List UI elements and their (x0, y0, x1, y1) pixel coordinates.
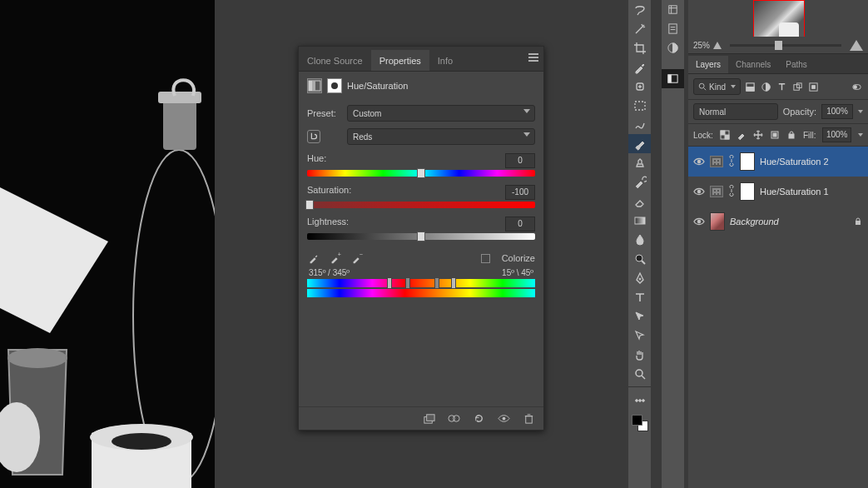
clone-stamp-tool-icon[interactable] (628, 153, 651, 172)
visibility-toggle-icon[interactable] (693, 216, 705, 227)
trash-icon[interactable] (522, 412, 535, 426)
slider-thumb[interactable] (417, 232, 425, 242)
lightness-slider[interactable] (307, 233, 535, 240)
color-swatches[interactable] (632, 415, 648, 431)
brush-tool-icon[interactable] (628, 134, 651, 153)
targeted-adjustment-icon[interactable] (307, 130, 320, 143)
crop-tool-icon[interactable] (628, 38, 651, 57)
hue-input[interactable]: 0 (505, 153, 535, 168)
slider-thumb[interactable] (305, 200, 314, 210)
filter-shape-icon[interactable] (791, 80, 804, 93)
saturation-input[interactable]: -100 (505, 185, 535, 200)
filter-adjustment-icon[interactable] (759, 80, 772, 93)
filter-smartobject-icon[interactable] (806, 80, 820, 93)
pen-tool-icon[interactable] (628, 268, 651, 287)
slider-thumb[interactable] (417, 168, 425, 178)
zoom-value[interactable]: 25% (693, 41, 710, 50)
zoom-out-icon[interactable] (713, 42, 722, 49)
colorize-checkbox[interactable] (481, 254, 490, 263)
layer-mask-thumbnail[interactable] (740, 182, 755, 201)
canvas-image[interactable] (0, 0, 215, 488)
properties-panel-icon[interactable] (662, 69, 684, 88)
crossing-tool-icon[interactable] (628, 115, 651, 134)
layer-name[interactable]: Hue/Saturation 2 (760, 157, 829, 167)
eyedropper-subtract-icon[interactable]: − (350, 251, 364, 265)
chevron-down-icon[interactable] (858, 110, 863, 113)
view-previous-icon[interactable] (447, 412, 460, 426)
filter-toggle-icon[interactable] (850, 80, 863, 93)
tab-paths[interactable]: Paths (778, 56, 815, 73)
range-handle[interactable] (434, 277, 439, 289)
direct-selection-tool-icon[interactable] (628, 326, 651, 345)
fill-input[interactable]: 100% (822, 127, 851, 142)
adjustment-thumbnail-icon[interactable] (710, 186, 723, 197)
dodge-tool-icon[interactable] (628, 249, 651, 268)
healing-brush-tool-icon[interactable] (628, 77, 651, 96)
color-range-bar[interactable] (307, 279, 535, 287)
lasso-tool-icon[interactable] (628, 0, 651, 19)
lock-position-icon[interactable] (753, 130, 763, 141)
svg-rect-9 (309, 81, 312, 91)
filter-kind-select[interactable]: Kind (693, 78, 741, 95)
preset-select[interactable]: Custom (347, 105, 535, 122)
tab-properties[interactable]: Properties (371, 50, 429, 71)
panel-menu-icon[interactable] (528, 53, 540, 63)
zoom-tool-icon[interactable] (628, 364, 651, 383)
tab-clone-source[interactable]: Clone Source (299, 50, 371, 71)
adjustments-panel-icon[interactable] (662, 38, 684, 57)
edit-toolbar-icon[interactable] (628, 391, 651, 410)
history-panel-icon[interactable] (662, 0, 684, 19)
opacity-input[interactable]: 100% (821, 104, 853, 119)
visibility-icon[interactable] (497, 412, 510, 426)
lock-pixels-icon[interactable] (737, 130, 746, 141)
layer-row[interactable]: Background (688, 207, 868, 237)
blend-mode-select[interactable]: Normal (693, 103, 778, 120)
zoom-slider[interactable] (730, 44, 841, 47)
range-handle[interactable] (405, 277, 410, 289)
tab-channels[interactable]: Channels (728, 56, 778, 73)
visibility-toggle-icon[interactable] (693, 186, 705, 197)
visibility-toggle-icon[interactable] (693, 156, 705, 167)
adjustment-thumbnail-icon[interactable] (710, 156, 723, 167)
slider-thumb[interactable] (775, 41, 782, 50)
filter-type-icon[interactable] (775, 80, 788, 93)
layer-thumbnail[interactable] (710, 212, 725, 231)
hue-slider[interactable] (307, 170, 535, 177)
color-range-select[interactable]: Reds (347, 128, 535, 145)
zoom-in-icon[interactable] (850, 40, 863, 51)
layer-row[interactable]: Hue/Saturation 1 (688, 177, 868, 207)
history-brush-tool-icon[interactable] (628, 172, 651, 192)
mask-icon[interactable] (327, 78, 342, 93)
chevron-down-icon[interactable] (858, 133, 863, 137)
lightness-input[interactable]: 0 (505, 217, 535, 232)
tab-layers[interactable]: Layers (688, 56, 728, 73)
saturation-slider[interactable] (307, 202, 535, 208)
clip-to-layer-icon[interactable] (422, 412, 435, 426)
reset-icon[interactable] (472, 412, 485, 426)
gradient-tool-icon[interactable] (628, 211, 651, 230)
range-handle[interactable] (387, 277, 392, 289)
eyedropper-add-icon[interactable]: + (329, 251, 342, 265)
eyedropper-tool-icon[interactable] (628, 57, 651, 77)
layer-name[interactable]: Background (730, 217, 779, 227)
eraser-tool-icon[interactable] (628, 192, 651, 211)
actions-panel-icon[interactable] (662, 19, 684, 38)
hand-tool-icon[interactable] (628, 345, 651, 364)
eyedropper-icon[interactable] (307, 251, 320, 265)
filter-pixel-icon[interactable] (743, 80, 756, 93)
layer-row[interactable]: Hue/Saturation 2 (688, 147, 868, 177)
hue-label: Hue: (307, 153, 326, 168)
blur-tool-icon[interactable] (628, 230, 651, 249)
lock-all-icon[interactable] (786, 130, 796, 141)
lock-transparency-icon[interactable] (720, 130, 730, 141)
magic-wand-tool-icon[interactable] (628, 19, 651, 38)
marquee-tool-icon[interactable] (628, 96, 651, 115)
range-handle[interactable] (451, 277, 456, 289)
layer-mask-thumbnail[interactable] (740, 152, 755, 171)
layer-name[interactable]: Hue/Saturation 1 (760, 187, 829, 197)
path-selection-tool-icon[interactable] (628, 306, 651, 326)
lock-artboard-icon[interactable] (770, 130, 780, 141)
tab-info[interactable]: Info (429, 50, 461, 71)
type-tool-icon[interactable] (628, 287, 651, 306)
adjustment-icon[interactable] (307, 78, 322, 93)
